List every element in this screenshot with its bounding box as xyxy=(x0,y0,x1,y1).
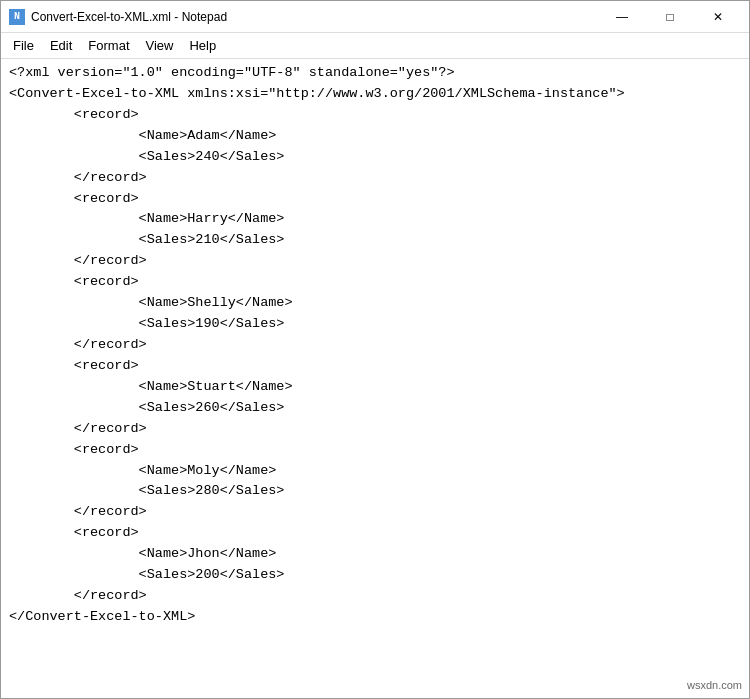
menu-help[interactable]: Help xyxy=(181,36,224,55)
menu-view[interactable]: View xyxy=(138,36,182,55)
app-icon-letter: N xyxy=(14,11,20,22)
title-bar-left: N Convert-Excel-to-XML.xml - Notepad xyxy=(9,9,227,25)
minimize-button[interactable]: — xyxy=(599,3,645,31)
menu-bar: File Edit Format View Help xyxy=(1,33,749,59)
watermark: wsxdn.com xyxy=(687,679,742,691)
menu-edit[interactable]: Edit xyxy=(42,36,80,55)
window-title: Convert-Excel-to-XML.xml - Notepad xyxy=(31,10,227,24)
text-content[interactable]: <?xml version="1.0" encoding="UTF-8" sta… xyxy=(1,59,749,698)
menu-format[interactable]: Format xyxy=(80,36,137,55)
app-icon: N xyxy=(9,9,25,25)
close-button[interactable]: ✕ xyxy=(695,3,741,31)
title-bar: N Convert-Excel-to-XML.xml - Notepad — □… xyxy=(1,1,749,33)
maximize-button[interactable]: □ xyxy=(647,3,693,31)
window-controls: — □ ✕ xyxy=(599,3,741,31)
menu-file[interactable]: File xyxy=(5,36,42,55)
notepad-window: N Convert-Excel-to-XML.xml - Notepad — □… xyxy=(0,0,750,699)
